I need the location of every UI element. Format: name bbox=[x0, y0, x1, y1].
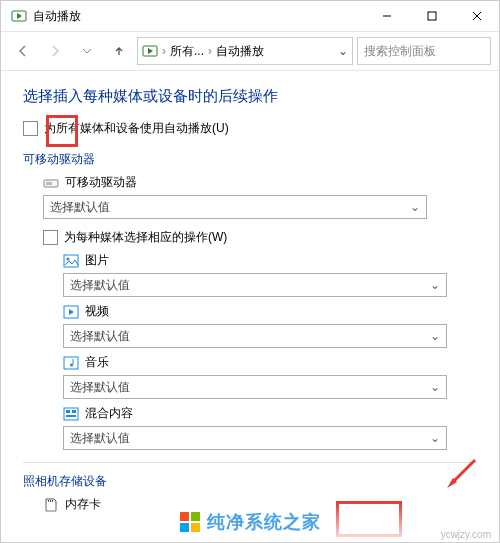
chevron-down-icon: ⌄ bbox=[430, 329, 440, 343]
per-media-checkbox[interactable] bbox=[43, 230, 58, 245]
svg-rect-25 bbox=[180, 512, 189, 521]
window-title: 自动播放 bbox=[33, 8, 364, 25]
svg-point-11 bbox=[67, 257, 70, 260]
close-button[interactable] bbox=[454, 1, 499, 31]
svg-rect-28 bbox=[191, 523, 200, 532]
autoplay-icon bbox=[142, 43, 158, 59]
watermark: 纯净系统之家 ycwjzy.com bbox=[1, 502, 499, 542]
crumb-parent[interactable]: 所有... bbox=[170, 43, 204, 60]
forward-button[interactable] bbox=[41, 37, 69, 65]
pictures-icon bbox=[63, 253, 79, 269]
svg-rect-9 bbox=[46, 182, 52, 185]
watermark-text: 纯净系统之家 bbox=[207, 510, 321, 534]
section-camera-title: 照相机存储设备 bbox=[23, 473, 477, 490]
svg-rect-26 bbox=[191, 512, 200, 521]
maximize-button[interactable] bbox=[409, 1, 454, 31]
svg-rect-17 bbox=[66, 410, 70, 413]
mixed-label: 混合内容 bbox=[85, 405, 133, 422]
back-button[interactable] bbox=[9, 37, 37, 65]
removable-drive-label: 可移动驱动器 bbox=[65, 174, 137, 191]
crumb-current[interactable]: 自动播放 bbox=[216, 43, 264, 60]
chevron-down-icon: ⌄ bbox=[430, 278, 440, 292]
chevron-right-icon: › bbox=[208, 44, 212, 58]
music-select[interactable]: 选择默认值⌄ bbox=[63, 375, 447, 399]
pictures-label: 图片 bbox=[85, 252, 109, 269]
app-icon bbox=[11, 8, 27, 24]
svg-rect-18 bbox=[72, 410, 76, 413]
chevron-down-icon: ⌄ bbox=[410, 200, 420, 214]
breadcrumb[interactable]: › 所有... › 自动播放 ⌄ bbox=[137, 37, 353, 65]
master-autoplay-checkbox[interactable] bbox=[23, 121, 38, 136]
videos-select[interactable]: 选择默认值⌄ bbox=[63, 324, 447, 348]
watermark-url: ycwjzy.com bbox=[441, 529, 491, 540]
videos-icon bbox=[63, 304, 79, 320]
svg-rect-19 bbox=[66, 415, 76, 417]
pictures-select[interactable]: 选择默认值⌄ bbox=[63, 273, 447, 297]
videos-label: 视频 bbox=[85, 303, 109, 320]
history-dropdown[interactable] bbox=[73, 37, 101, 65]
mixed-select[interactable]: 选择默认值⌄ bbox=[63, 426, 447, 450]
search-input[interactable]: 搜索控制面板 bbox=[357, 37, 491, 65]
music-label: 音乐 bbox=[85, 354, 109, 371]
windows-logo-icon bbox=[179, 511, 201, 533]
svg-rect-16 bbox=[64, 408, 78, 420]
svg-rect-3 bbox=[428, 12, 436, 20]
svg-rect-27 bbox=[180, 523, 189, 532]
search-placeholder: 搜索控制面板 bbox=[364, 43, 436, 60]
chevron-right-icon: › bbox=[162, 44, 166, 58]
removable-drive-select[interactable]: 选择默认值⌄ bbox=[43, 195, 427, 219]
chevron-down-icon: ⌄ bbox=[430, 380, 440, 394]
page-title: 选择插入每种媒体或设备时的后续操作 bbox=[23, 87, 477, 106]
svg-point-15 bbox=[70, 363, 73, 366]
drive-icon bbox=[43, 175, 59, 191]
minimize-button[interactable] bbox=[364, 1, 409, 31]
music-icon bbox=[63, 355, 79, 371]
divider bbox=[23, 462, 477, 463]
per-media-label: 为每种媒体选择相应的操作(W) bbox=[64, 229, 227, 246]
section-removable-title: 可移动驱动器 bbox=[23, 151, 477, 168]
svg-rect-14 bbox=[64, 357, 78, 369]
up-button[interactable] bbox=[105, 37, 133, 65]
mixed-icon bbox=[63, 406, 79, 422]
chevron-down-icon: ⌄ bbox=[430, 431, 440, 445]
crumb-dropdown-icon[interactable]: ⌄ bbox=[338, 44, 348, 58]
master-autoplay-label: 为所有媒体和设备使用自动播放(U) bbox=[44, 120, 229, 137]
